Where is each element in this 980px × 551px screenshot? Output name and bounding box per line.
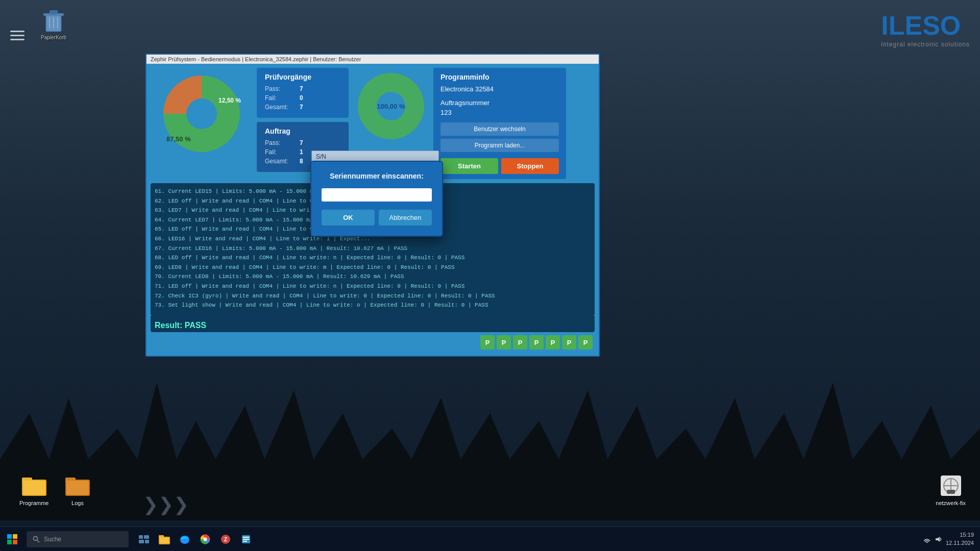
app5-button[interactable]: Z bbox=[216, 530, 235, 548]
pruefvorgaenge-fail-row: Fail: 0 bbox=[265, 94, 340, 102]
pruefvorgaenge-pass-row: Pass: 7 bbox=[265, 85, 340, 92]
file-explorer-button[interactable] bbox=[155, 530, 174, 548]
auftrag-number-label: Auftragsnummer bbox=[440, 99, 559, 107]
svg-rect-5 bbox=[66, 481, 89, 495]
svg-rect-26 bbox=[139, 535, 143, 539]
edge-button[interactable] bbox=[176, 530, 194, 548]
taskview-icon bbox=[139, 535, 149, 543]
pass-label: Pass: bbox=[265, 85, 296, 92]
app6-button[interactable] bbox=[237, 530, 255, 548]
pruefvorgaenge-gesamt-row: Gesamt: 7 bbox=[265, 104, 340, 111]
btn-programm-laden[interactable]: Programm laden... bbox=[440, 139, 559, 152]
log-line-13: 73. Set light show | Write and read | CO… bbox=[155, 301, 591, 310]
network-tray-icon bbox=[923, 536, 930, 543]
clock-time: 15:19 bbox=[946, 531, 974, 539]
ileso-text: ILESO bbox=[881, 10, 961, 41]
log-line-11: 71. LED off | Write and read | COM4 | Li… bbox=[155, 282, 591, 291]
hamburger-line2 bbox=[10, 35, 24, 36]
fail-label: Fail: bbox=[265, 94, 296, 102]
svg-rect-28 bbox=[139, 540, 144, 543]
svg-line-25 bbox=[37, 540, 39, 542]
search-icon bbox=[33, 536, 40, 543]
pie1-green-label: 87,50 % bbox=[166, 135, 191, 143]
svg-rect-20 bbox=[7, 534, 12, 539]
btn-starten[interactable]: Starten bbox=[440, 158, 498, 174]
logs-folder-icon bbox=[65, 473, 90, 498]
log-line-7: 67. Current LED16 | Limits: 5.000 mA - 1… bbox=[155, 244, 591, 254]
chrome-button[interactable] bbox=[196, 530, 214, 548]
pie2-pct-label: 100,00 % bbox=[377, 103, 405, 110]
modal-abbrechen-button[interactable]: Abbrechen bbox=[379, 210, 432, 226]
taskview-button[interactable] bbox=[135, 530, 153, 548]
icon-netzwerk-fix[interactable]: netzwerk-fix bbox=[932, 469, 970, 510]
auftrag-number-value: 123 bbox=[440, 109, 559, 116]
svg-rect-22 bbox=[7, 540, 12, 544]
svg-point-17 bbox=[186, 98, 217, 129]
programme-label: Programme bbox=[19, 500, 48, 506]
app5-icon: Z bbox=[220, 534, 231, 544]
svg-rect-2 bbox=[23, 481, 45, 495]
p-badge-6: P bbox=[562, 335, 576, 349]
recyclebin-label: PapierKorb bbox=[41, 35, 66, 40]
p-badge-7: P bbox=[578, 335, 593, 349]
recyclebin-icon-img bbox=[41, 8, 66, 33]
netzwerk-fix-icon bbox=[939, 473, 963, 498]
svg-rect-21 bbox=[13, 534, 17, 539]
status-bar: PPPPPPP bbox=[151, 332, 595, 352]
pruefvorgaenge-panel: Prüfvorgänge Pass: 7 Fail: 0 Gesamt: 7 bbox=[257, 68, 349, 118]
p-badge-3: P bbox=[513, 335, 527, 349]
icon-recyclebin[interactable]: PapierKorb bbox=[37, 4, 70, 44]
auftrag-title: Auftrag bbox=[265, 127, 340, 135]
file-explorer-icon bbox=[159, 534, 170, 544]
p-badge-1: P bbox=[480, 335, 495, 349]
chrome-icon bbox=[200, 534, 210, 544]
btn-stoppen[interactable]: Stoppen bbox=[501, 158, 559, 174]
pruefvorgaenge-title: Prüfvorgänge bbox=[265, 73, 340, 81]
svg-rect-23 bbox=[13, 540, 17, 544]
taskbar-search-box[interactable]: Suche bbox=[27, 531, 129, 547]
taskbar-start-button[interactable] bbox=[0, 527, 24, 552]
pass-value: 7 bbox=[300, 85, 303, 92]
svg-rect-16 bbox=[947, 490, 955, 494]
svg-text:Z: Z bbox=[224, 537, 227, 542]
p-badge-5: P bbox=[546, 335, 560, 349]
log-line-12: 72. Check IC3 (gyro) | Write and read | … bbox=[155, 292, 591, 301]
modal-sn-input[interactable] bbox=[322, 188, 432, 202]
taskbar-clock: 15:19 12.11.2024 bbox=[946, 531, 974, 547]
taskbar-right: 15:19 12.11.2024 bbox=[923, 531, 980, 547]
programm-title: Programminfo bbox=[440, 73, 559, 81]
svg-point-42 bbox=[926, 541, 927, 543]
windows-logo-icon bbox=[7, 534, 17, 544]
pie-chart-2: 100,00 % bbox=[353, 68, 429, 144]
taskbar-apps: Z bbox=[135, 530, 255, 548]
svg-rect-39 bbox=[243, 537, 249, 538]
auftrag-fail-value: 1 bbox=[300, 148, 303, 156]
svg-rect-29 bbox=[145, 540, 149, 543]
log-line-8: 68. LED off | Write and read | COM4 | Li… bbox=[155, 254, 591, 263]
netzwerk-fix-label: netzwerk-fix bbox=[936, 500, 966, 506]
hamburger-line3 bbox=[10, 39, 24, 40]
result-area: Result: PASS bbox=[151, 316, 595, 332]
taskbar: Suche bbox=[0, 527, 980, 551]
icon-logs[interactable]: Logs bbox=[61, 469, 94, 510]
arrows-decoration: ❯❯❯ bbox=[143, 494, 189, 515]
svg-point-24 bbox=[34, 536, 38, 540]
log-line-9: 69. LED8 | Write and read | COM4 | Line … bbox=[155, 263, 591, 272]
sn-label: S/N bbox=[316, 153, 326, 160]
pie-chart-1: 87,50 % 12,50 % bbox=[158, 70, 245, 157]
icon-programme[interactable]: Programme bbox=[15, 469, 53, 510]
pie1-red-label: 12,50 % bbox=[218, 97, 241, 104]
modal-ok-button[interactable]: OK bbox=[322, 210, 375, 226]
auftrag-gesamt-value: 8 bbox=[300, 158, 303, 165]
search-placeholder: Suche bbox=[44, 536, 61, 543]
p-badge-2: P bbox=[497, 335, 511, 349]
btn-benutzer-wechseln[interactable]: Benutzer wechseln bbox=[440, 122, 559, 136]
auftrag-pass-label: Pass: bbox=[265, 139, 296, 146]
gesamt-value: 7 bbox=[300, 104, 303, 111]
hamburger-line1 bbox=[10, 31, 24, 32]
gesamt-label: Gesamt: bbox=[265, 104, 296, 111]
auftrag-fail-label: Fail: bbox=[265, 148, 296, 156]
svg-rect-40 bbox=[243, 539, 249, 540]
hamburger-menu[interactable] bbox=[10, 31, 24, 40]
programm-name: Electronica 32584 bbox=[440, 85, 559, 93]
